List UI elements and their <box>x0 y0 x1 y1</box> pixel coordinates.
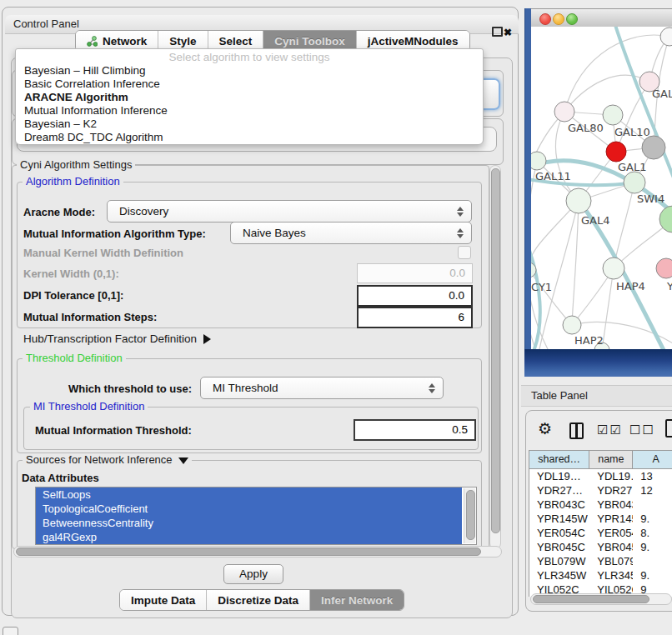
data-attributes-rows: SelfLoopsTopologicalCoefficientBetweenne… <box>36 488 476 544</box>
table-cell: YDR27… <box>589 483 633 498</box>
mi-algorithm-type-combo[interactable]: Naive Bayes <box>230 222 472 244</box>
table-cell: YLR345W <box>589 568 633 582</box>
manual-kernel-width-checkbox[interactable] <box>458 246 471 259</box>
node-hap4[interactable] <box>603 258 624 279</box>
hub-definition-expander[interactable]: Hub/Transcription Factor Definition <box>23 332 211 345</box>
node-unlabeled[interactable] <box>660 28 672 46</box>
collapse-icon <box>178 458 188 464</box>
network-canvas[interactable]: GALGAL80GAL10GAL1GAL11SWI4GAL4HAP4YGCY1H… <box>531 27 672 349</box>
document-icon[interactable] <box>665 419 672 438</box>
node-y[interactable] <box>656 258 672 278</box>
column-header-shared[interactable]: shared… <box>529 451 589 468</box>
node-unlabeled[interactable] <box>642 136 665 159</box>
scrollbar-thumb[interactable] <box>16 548 481 556</box>
attribute-item-gal4rgexp[interactable]: gal4RGexp <box>36 530 462 544</box>
table-cell: 13 <box>633 469 672 483</box>
minimize-traffic-light-icon[interactable] <box>553 13 564 25</box>
column-header-name[interactable]: name <box>589 451 633 468</box>
node-label-gal10: GAL10 <box>614 126 650 138</box>
scrollbar-thumb[interactable] <box>533 595 649 603</box>
bottom-tab-infer-network-label: Infer Network <box>321 594 393 607</box>
node-hap2[interactable] <box>563 316 581 334</box>
node-label-gal80: GAL80 <box>568 122 604 134</box>
table-row[interactable]: YDL19…YDL19…13 <box>529 469 672 483</box>
bottom-tab-discretize-data-label: Discretize Data <box>218 594 298 607</box>
node-swi4[interactable] <box>624 172 645 193</box>
manual-kernel-width-label: Manual Kernel Width Definition <box>23 247 183 259</box>
mi-steps-field[interactable]: 6 <box>357 307 473 328</box>
mi-threshold-field[interactable]: 0.5 <box>354 419 476 441</box>
algorithm-item-bayesian-k2[interactable]: Bayesian – K2 <box>16 118 483 131</box>
column-header-a[interactable]: A <box>633 451 672 468</box>
scrollbar-thumb[interactable] <box>466 490 475 540</box>
table-row[interactable]: YER054CYER054C8. <box>529 526 672 540</box>
algorithm-item-dream8-dc-tdc-algorithm[interactable]: Dream8 DC_TDC Algorithm <box>16 131 483 144</box>
deselect-all-checkboxes-icon[interactable]: ☐☐ <box>629 422 655 438</box>
data-attributes-list[interactable]: SelfLoopsTopologicalCoefficientBetweenne… <box>35 487 477 545</box>
node-gal80[interactable] <box>554 102 574 122</box>
table-cell: YBR043C <box>529 498 589 512</box>
table-row[interactable]: YBR045CYBR045C9. <box>529 540 672 554</box>
node-gal10[interactable] <box>603 105 623 125</box>
scrollbar-thumb[interactable] <box>491 168 500 533</box>
select-all-checkboxes-icon[interactable]: ☑☑ <box>597 422 623 438</box>
table-row[interactable]: YBL079WYBL079W <box>529 554 672 568</box>
settings-vertical-scrollbar[interactable] <box>489 165 501 549</box>
column-layout-icon[interactable] <box>569 422 584 439</box>
mi-algorithm-type-label: Mutual Information Algorithm Type: <box>23 228 206 240</box>
attributes-vertical-scrollbar[interactable] <box>464 488 475 543</box>
algorithm-item-basic-correlation-inference[interactable]: Basic Correlation Inference <box>16 78 483 91</box>
stepper-icon <box>457 207 464 217</box>
table-row[interactable]: YDR27…YDR27…12 <box>529 483 672 498</box>
attribute-item-selfloops[interactable]: SelfLoops <box>36 488 462 502</box>
table-cell: YLR345W <box>529 568 589 582</box>
kernel-width-field[interactable]: 0.0 <box>357 263 473 283</box>
table-cell: YDL19… <box>529 469 589 483</box>
network-icon <box>87 36 98 47</box>
settings-horizontal-scrollbar[interactable] <box>13 546 502 558</box>
close-traffic-light-icon[interactable] <box>539 13 551 25</box>
gear-icon[interactable]: ⚙ <box>538 419 552 438</box>
threshold-definition-title: Threshold Definition <box>23 352 126 364</box>
node-gal4[interactable] <box>566 188 591 213</box>
table-row[interactable]: YBR043CYBR043C <box>529 498 672 512</box>
close-icon[interactable]: ✖ <box>504 23 512 42</box>
node-label-swi4: SWI4 <box>637 192 664 205</box>
expand-right-icon <box>203 334 211 344</box>
node-gal1[interactable] <box>606 142 626 162</box>
zoom-traffic-light-icon[interactable] <box>566 13 578 25</box>
tab-style-label: Style <box>169 35 196 48</box>
network-edge <box>531 112 564 349</box>
network-window-titlebar[interactable] <box>531 8 672 28</box>
sources-group-title[interactable]: Sources for Network Inference <box>23 454 192 466</box>
algorithm-item-bayesian-hill-climbing[interactable]: Bayesian – Hill Climbing <box>16 64 483 78</box>
apply-button[interactable]: Apply <box>223 564 283 584</box>
aracne-mode-value: Discovery <box>119 201 168 222</box>
node-gal11[interactable] <box>531 152 546 170</box>
table-horizontal-scrollbar[interactable] <box>530 593 672 605</box>
network-edge <box>602 268 614 349</box>
attribute-item-topologicalcoefficient[interactable]: TopologicalCoefficient <box>36 502 462 516</box>
algorithm-dropdown-list: Bayesian – Hill ClimbingBasic Correlatio… <box>16 64 483 144</box>
table-cell: YBL079W <box>589 554 633 568</box>
node-attribute-table[interactable]: shared…nameA YDL19…YDL19…13YDR27…YDR27…1… <box>529 450 672 597</box>
float-window-icon[interactable] <box>492 27 503 37</box>
table-row[interactable]: YPR145WYPR145W9. <box>529 512 672 526</box>
attribute-item-betweennesscentrality[interactable]: BetweennessCentrality <box>36 516 462 530</box>
stepper-icon <box>457 228 464 238</box>
node-label-gcy1: GCY1 <box>531 281 552 293</box>
node-label-y: Y <box>666 280 672 292</box>
network-edge-highlighted <box>531 243 540 349</box>
minimized-panel-icon[interactable] <box>3 627 18 635</box>
stepper-icon <box>429 383 435 393</box>
dpi-tolerance-field[interactable]: 0.0 <box>357 285 473 307</box>
bottom-tab-impute-data[interactable]: Impute Data <box>120 590 207 610</box>
algorithm-item-aracne-algorithm[interactable]: ARACNE Algorithm <box>16 91 483 104</box>
bottom-tab-discretize-data[interactable]: Discretize Data <box>207 590 310 610</box>
which-threshold-combo[interactable]: MI Threshold <box>200 377 444 399</box>
aracne-mode-combo[interactable]: Discovery <box>107 200 472 222</box>
table-row[interactable]: YLR345WYLR345W9. <box>529 568 672 582</box>
table-cell: YDR27… <box>529 483 589 498</box>
algorithm-item-mutual-information-inference[interactable]: Mutual Information Inference <box>16 104 483 118</box>
bottom-tab-infer-network[interactable]: Infer Network <box>310 590 404 610</box>
